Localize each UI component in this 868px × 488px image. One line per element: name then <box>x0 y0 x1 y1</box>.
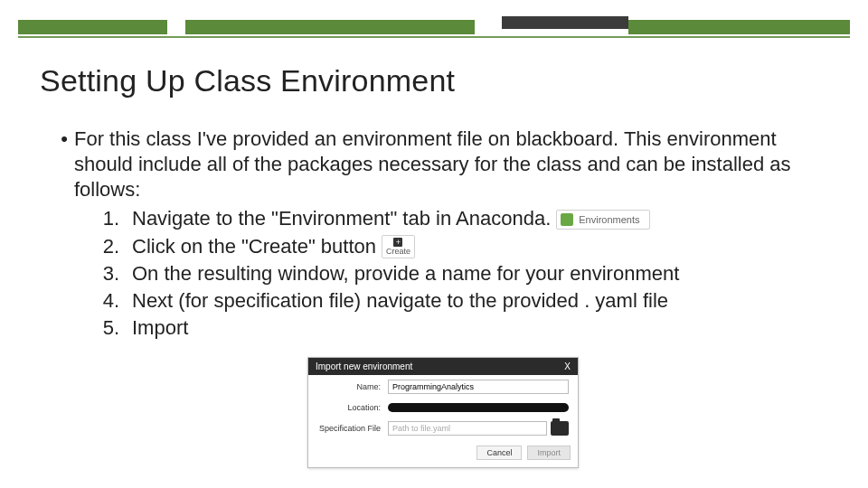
location-redacted <box>388 403 569 412</box>
cancel-button[interactable]: Cancel <box>476 446 522 460</box>
dialog-title: Import new environment <box>316 361 412 371</box>
specfile-field[interactable] <box>388 421 547 436</box>
environments-tab-chip: Environments <box>556 210 649 230</box>
bullet-intro: For this class I've provided an environm… <box>74 127 790 201</box>
step-2-text: Click on the "Create" button <box>132 234 376 259</box>
name-field[interactable] <box>388 380 569 394</box>
step-5-text: Import <box>132 315 188 341</box>
slide-body: • For this class I've provided an enviro… <box>54 127 832 341</box>
cube-icon <box>561 213 573 226</box>
create-button-label: Create <box>386 248 410 256</box>
step-4-number: 4. <box>96 288 132 314</box>
step-2-number: 2. <box>96 234 132 259</box>
step-1-text: Navigate to the "Environment" tab in Ana… <box>132 206 551 231</box>
step-3-text: On the resulting window, provide a name … <box>132 261 679 286</box>
import-button[interactable]: Import <box>527 446 571 460</box>
close-icon[interactable]: X <box>564 361 571 371</box>
folder-icon[interactable] <box>551 421 569 436</box>
step-3-number: 3. <box>96 261 132 286</box>
name-label: Name: <box>317 382 388 391</box>
import-environment-dialog: Import new environment X Name: Location:… <box>307 357 579 468</box>
bullet-marker: • <box>54 127 74 341</box>
location-label: Location: <box>317 403 388 412</box>
slide-title: Setting Up Class Environment <box>40 63 455 99</box>
slide-top-border <box>0 0 868 40</box>
create-button-chip: + Create <box>382 235 415 258</box>
plus-icon: + <box>393 238 402 247</box>
step-1-number: 1. <box>96 206 132 231</box>
environments-tab-label: Environments <box>579 213 639 226</box>
step-5-number: 5. <box>96 315 132 341</box>
specfile-label: Specification File <box>317 424 388 433</box>
step-4-text: Next (for specification file) navigate t… <box>132 288 668 314</box>
